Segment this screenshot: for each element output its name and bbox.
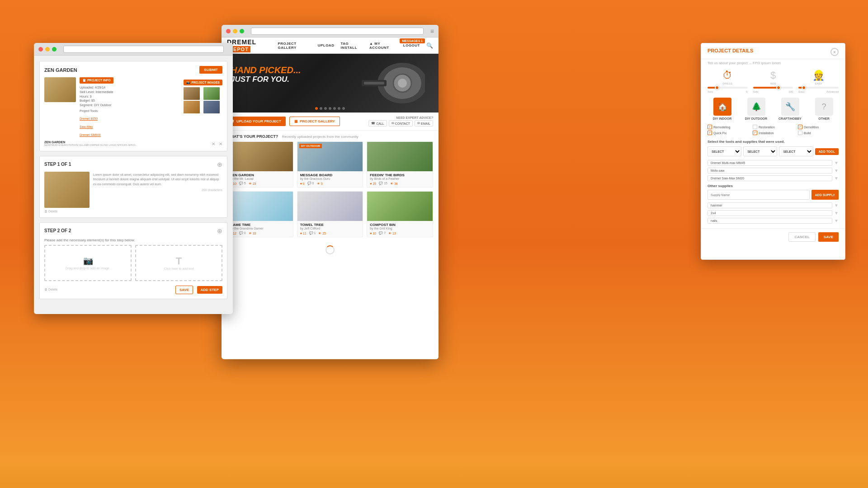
nav-my-account[interactable]: ▲ MY ACCOUNT: [369, 42, 397, 50]
category-other[interactable]: ? OTHER: [809, 98, 839, 120]
project-card-1[interactable]: DIY OUTDOOR MESSAGE BOARD by the Graciou…: [297, 141, 363, 188]
easy-thumb[interactable]: [802, 85, 806, 90]
left-maximize-dot[interactable]: [52, 47, 57, 52]
tool-tag-mm45-remove[interactable]: ▼: [834, 160, 839, 165]
project-card-2[interactable]: FEEDIN' THE BIRDS by Birds of a Feather …: [367, 141, 433, 188]
easy-track[interactable]: [798, 87, 839, 89]
add-supply-button[interactable]: ADD SUPPLY: [811, 190, 839, 200]
messages-label: MESSAGES: [402, 39, 420, 42]
project-gallery-button[interactable]: PROJECT GALLERY: [289, 117, 340, 126]
tools-select-2[interactable]: SELECT: [743, 146, 777, 156]
cb-remodeling-box[interactable]: ✓: [708, 125, 712, 129]
cb-demolition-box[interactable]: ✓: [798, 125, 802, 129]
step1-delete[interactable]: 🗑 Delete: [44, 210, 222, 213]
nav-logout[interactable]: LOGOUT: [403, 43, 420, 47]
step1-expand-icon[interactable]: ⊕: [217, 161, 222, 168]
zen-delete-icon-1[interactable]: ✕: [212, 141, 215, 146]
url-bar[interactable]: [251, 28, 424, 35]
hero-dot-6[interactable]: [338, 107, 340, 110]
search-icon[interactable]: 🔍: [426, 42, 433, 49]
add-tool-button[interactable]: ADD TOOL: [815, 148, 839, 155]
submit-button[interactable]: SUBMIT: [199, 66, 222, 74]
hero-dot-7[interactable]: [342, 107, 345, 110]
zen-delete-icon-2[interactable]: ✕: [219, 141, 222, 146]
project-author-5: by the Grill King: [370, 227, 430, 230]
cb-quick-fix[interactable]: ✓ Quick Fix: [708, 131, 748, 135]
step2-expand-icon[interactable]: ⊕: [217, 227, 222, 235]
email-label: EMAIL: [421, 122, 430, 125]
minimize-dot[interactable]: [233, 29, 237, 33]
step2-image-drop[interactable]: 📷 Drag and drop to add an image.: [44, 245, 132, 281]
hero-dot-5[interactable]: [333, 107, 336, 110]
drills-thumb[interactable]: [715, 85, 719, 90]
tools-select-3[interactable]: SELECT: [779, 146, 813, 156]
contact-button[interactable]: ✉ CONTACT: [389, 120, 413, 127]
email-button[interactable]: ✉ EMAIL: [415, 120, 433, 127]
hero-dot-2[interactable]: [320, 107, 322, 110]
zen-tool1[interactable]: Dremel 8050: [80, 117, 98, 120]
supply-hammer-remove[interactable]: ▼: [834, 203, 839, 208]
supply-2x4-remove[interactable]: ▼: [834, 211, 839, 216]
category-diy-outdoor[interactable]: 🌲 DIY OUTDOOR: [741, 98, 771, 120]
cb-installation[interactable]: ✓ Installation: [753, 131, 793, 135]
step1-text-area: Lorem ipsum dolor sit amet, consectetur …: [93, 172, 222, 208]
nav-project-gallery[interactable]: PROJECT GALLERY: [278, 42, 311, 50]
supply-name-input[interactable]: [708, 190, 810, 200]
upload-project-button[interactable]: UPLOAD YOUR PROJECT: [227, 117, 286, 126]
cb-quick-fix-box[interactable]: ✓: [708, 131, 712, 135]
hero-text-overlay: HAND PICKED... JUST FOR YOU.: [231, 65, 301, 84]
cb-build[interactable]: Build: [798, 131, 839, 135]
diy-outdoor-label: DIY OUTDOOR: [741, 117, 771, 120]
nav-upload[interactable]: UPLOAD: [318, 43, 335, 47]
cb-quick-fix-label: Quick Fix: [713, 131, 726, 135]
add-step-button[interactable]: ADD STEP: [197, 286, 222, 294]
maximize-dot[interactable]: [240, 29, 244, 33]
svg-point-3: [398, 79, 407, 88]
hero-dot-4[interactable]: [329, 107, 331, 110]
zen-tool2[interactable]: Saw-Max: [80, 125, 93, 128]
zen-tool3[interactable]: Dremel SM500: [80, 133, 101, 136]
save-button[interactable]: SAVE: [175, 286, 193, 294]
messages-badge[interactable]: MESSAGES 1: [400, 38, 425, 43]
left-close-dot[interactable]: [38, 47, 43, 52]
project-card-3[interactable]: GAME TIME by the Grandma Gamer ♥ 12 💬 0 …: [227, 191, 293, 237]
category-diy-indoor[interactable]: 🏠 DIY INDOOR: [708, 98, 737, 120]
cb-installation-box[interactable]: ✓: [753, 131, 757, 135]
cb-remodeling[interactable]: ✓ Remodeling: [708, 125, 748, 129]
sos-track[interactable]: [753, 87, 793, 89]
step2-delete[interactable]: 🗑 Delete: [44, 288, 57, 291]
left-url-bar[interactable]: [63, 46, 224, 53]
project-card-0[interactable]: ZEN GARDEN by the Mr. Lacad ♥ 10 💬 5 👁 2…: [227, 141, 293, 188]
cancel-button[interactable]: CANCEL: [788, 232, 815, 242]
category-craft-hobby[interactable]: 🔧 CRAFT/HOBBY: [775, 98, 805, 120]
hero-dot-1[interactable]: [315, 107, 318, 110]
close-button[interactable]: ×: [830, 48, 839, 56]
tab-project-images[interactable]: 📷 PROJECT IMAGES: [184, 80, 222, 85]
tool-tag-motosaw-remove[interactable]: ▼: [834, 168, 839, 173]
step2-text-drop[interactable]: T Click here to add text: [135, 245, 222, 281]
project-card-5[interactable]: COMPOST BIN by the Grill King ♥ 10 💬 7 👁…: [367, 191, 433, 237]
project-img-3: [227, 192, 293, 221]
nav-tag-install[interactable]: TAG INSTALL: [340, 42, 363, 50]
cb-restoration[interactable]: Restoration: [753, 125, 793, 129]
drills-track[interactable]: [708, 87, 748, 89]
cb-restoration-box[interactable]: [753, 125, 757, 129]
site-logo: DREMEL DEPOT: [227, 38, 278, 52]
stat-likes-5: ♥ 10: [370, 231, 376, 235]
tool-tag-motosaw-text: Moto-saw: [708, 168, 832, 174]
call-button[interactable]: CALL: [368, 120, 387, 127]
project-card-4[interactable]: TOWEL TREE by Jeff Clifford ♥ 11 💬 1 👁 2…: [297, 191, 363, 237]
hero-dot-3[interactable]: [324, 107, 327, 110]
tool-tag-sawmax-remove[interactable]: ▼: [834, 176, 839, 181]
tools-select-1[interactable]: SELECT: [708, 146, 741, 156]
save-final-button[interactable]: SAVE: [818, 232, 839, 242]
supply-nails-remove[interactable]: ▼: [834, 218, 839, 223]
left-minimize-dot[interactable]: [45, 47, 50, 52]
close-dot[interactable]: [226, 29, 231, 33]
sos-thumb[interactable]: [776, 85, 781, 90]
menu-icon[interactable]: ≡: [430, 28, 434, 35]
zen-card-body: 📋 PROJECT INFO Uploaded: 4/29/14 Skill L…: [44, 77, 222, 138]
tab-project-info[interactable]: 📋 PROJECT INFO: [80, 77, 113, 84]
cb-build-box[interactable]: [798, 131, 802, 135]
cb-demolition[interactable]: ✓ Demolition: [798, 125, 839, 129]
